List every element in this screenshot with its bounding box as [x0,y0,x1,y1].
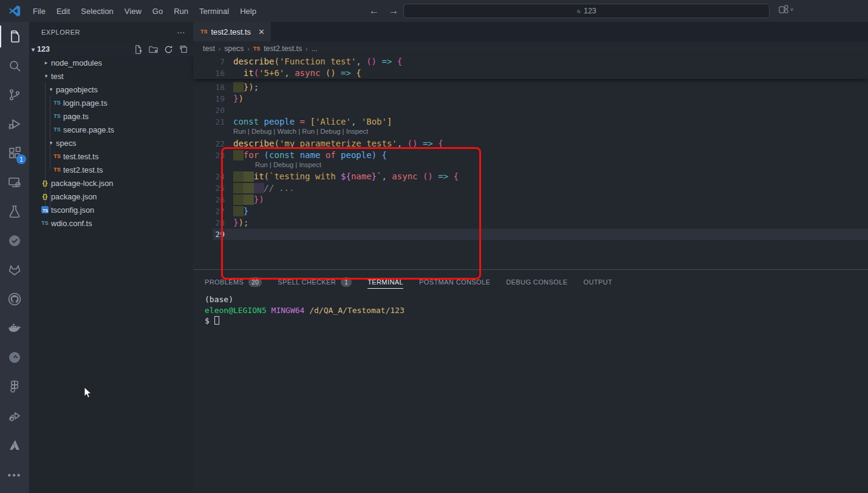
sticky-line-16[interactable]: 16 it('5+6', async () => { [193,67,868,79]
tree-item-label: specs [56,139,76,148]
tree-item-test-test-ts[interactable]: TStest.test.ts [29,150,193,163]
tree-item-tsconfig-json[interactable]: TStsconfig.json [29,203,193,216]
postman-icon[interactable] [0,343,29,372]
tree-item-specs[interactable]: ▾specs [29,136,193,150]
breadcrumb-item[interactable]: specs [224,44,244,53]
ts-square-file-icon: TS [39,206,51,213]
tree-item-label: tsconfig.json [51,205,94,215]
terminal[interactable]: (base)eleon@LEGION5 MINGW64 /d/QA_A/Test… [205,294,405,326]
github-icon[interactable] [0,284,29,314]
code-line-20[interactable]: 20 [193,105,868,116]
tree-item-page-ts[interactable]: TSpage.ts [29,109,193,123]
tree-item-package-lock-json[interactable]: {}package-lock.json [29,176,193,190]
azure-icon[interactable] [0,430,29,460]
tree-item-secure-page-ts[interactable]: TSsecure.page.ts [29,123,193,136]
menu-view[interactable]: View [119,0,147,22]
new-folder-icon[interactable] [149,45,158,54]
editor-group: TS test2.test.ts ✕ test›specs›TStest2.te… [193,22,868,269]
breadcrumb-item[interactable]: test [203,44,215,53]
explorer-more-icon[interactable]: ⋯ [177,27,186,37]
gitlab-icon[interactable] [0,255,29,284]
tree-item-node-modules[interactable]: ▸node_modules [29,56,193,69]
chevron-down-icon: ▾ [46,86,56,92]
menu-edit[interactable]: Edit [51,0,75,22]
layout-control[interactable]: ˅ [779,5,793,15]
menu-go[interactable]: Go [147,0,168,22]
sticky-line-7[interactable]: 7describe('Function test', () => { [193,56,868,67]
tree-item-label: test2.test.ts [63,165,103,174]
back-arrow-icon[interactable]: ← [368,5,380,17]
check-circle-icon[interactable] [0,226,29,255]
code-area[interactable]: 18 });19})2021const people = ['Alice', '… [193,56,868,269]
codelens[interactable]: Run | Debug | Watch | Run | Debug | Insp… [233,128,868,138]
menu-selection[interactable]: Selection [75,0,118,22]
tree-item-label: pageobjects [56,85,98,94]
menu-help[interactable]: Help [234,0,262,22]
ts-blue-file-icon: TS [51,113,63,119]
terminal-line: $ [205,315,405,326]
breadcrumb-item[interactable]: ... [311,44,317,53]
forward-arrow-icon[interactable]: → [388,5,400,17]
vscode-logo-icon [8,4,21,18]
refresh-icon[interactable] [164,45,173,54]
share-icon[interactable] [0,401,29,430]
ts-file-icon: TS [200,29,208,35]
line-number: 23 [193,150,225,161]
tree-item-wdio-conf-ts[interactable]: TSwdio.conf.ts [29,216,193,230]
explorer-section-header[interactable]: ▾ 123 [29,43,193,56]
annotation-red-box [221,147,481,280]
line-number: 27 [193,205,225,217]
search-icon: ⌕ [576,7,581,15]
tree-item-login-page-ts[interactable]: TSlogin.page.ts [29,96,193,109]
remote-explorer-icon[interactable] [0,168,29,197]
breadcrumb-separator: › [219,46,220,52]
menu-run[interactable]: Run [168,0,194,22]
line-number: 18 [193,81,225,93]
tree-item-label: secure.page.ts [63,125,114,134]
breadcrumb-separator: › [247,46,249,52]
ts-blue-file-icon: TS [51,126,63,133]
line-number: 25 [193,182,225,194]
chevron-down-icon: ▾ [46,140,56,146]
sticky-scroll[interactable]: 7describe('Function test', () => {16 it(… [193,56,868,79]
activity-bar: 1 ••• [0,22,29,493]
source-control-icon[interactable] [0,80,29,109]
tree-item-test2-test-ts[interactable]: TStest2.test.ts [29,163,193,176]
chevron-down-icon: ▾ [32,46,35,53]
explorer-icon[interactable] [0,22,29,51]
command-center[interactable]: ⌕ 123 [403,4,770,18]
code-line-19[interactable]: 19}) [193,93,868,105]
breadcrumb-item[interactable]: test2.test.ts [264,44,302,53]
collapse-all-icon[interactable] [179,45,188,54]
layout-icon [779,5,788,15]
code-text: }) [233,93,244,105]
testing-icon[interactable] [0,197,29,226]
line-number: 21 [193,116,225,128]
tree-item-label: test [51,72,64,81]
tree-item-package-json[interactable]: {}package.json [29,190,193,203]
extensions-badge: 1 [16,154,26,164]
new-file-icon[interactable] [134,45,143,54]
menu-file[interactable]: File [27,0,51,22]
tree-item-test[interactable]: ▾test [29,69,193,83]
extensions-icon[interactable]: 1 [0,139,29,168]
docker-icon[interactable] [0,314,29,343]
code-line-18[interactable]: 18 }); [193,81,868,93]
line-number: 29 [193,229,225,240]
figma-icon[interactable] [0,372,29,401]
search-icon[interactable] [0,51,29,80]
tab-test2-test-ts[interactable]: TS test2.test.ts ✕ [193,22,271,41]
tree-item-label: test.test.ts [63,152,98,161]
close-icon[interactable]: ✕ [258,27,265,36]
ts-blue-file-icon: TS [39,220,51,226]
tree-item-pageobjects[interactable]: ▾pageobjects [29,83,193,96]
more-icon[interactable]: ••• [0,460,29,489]
run-debug-icon[interactable] [0,109,29,139]
command-center-value: 123 [584,7,596,15]
ts-blue-file-icon: TS [51,100,63,106]
menu-terminal[interactable]: Terminal [194,0,234,22]
explorer-title: EXPLORER [41,29,80,36]
panel-tab-debug-console[interactable]: DEBUG CONSOLE [506,275,567,289]
panel-tab-output[interactable]: OUTPUT [583,275,612,289]
code-line-21[interactable]: 21const people = ['Alice', 'Bob'] [193,116,868,128]
